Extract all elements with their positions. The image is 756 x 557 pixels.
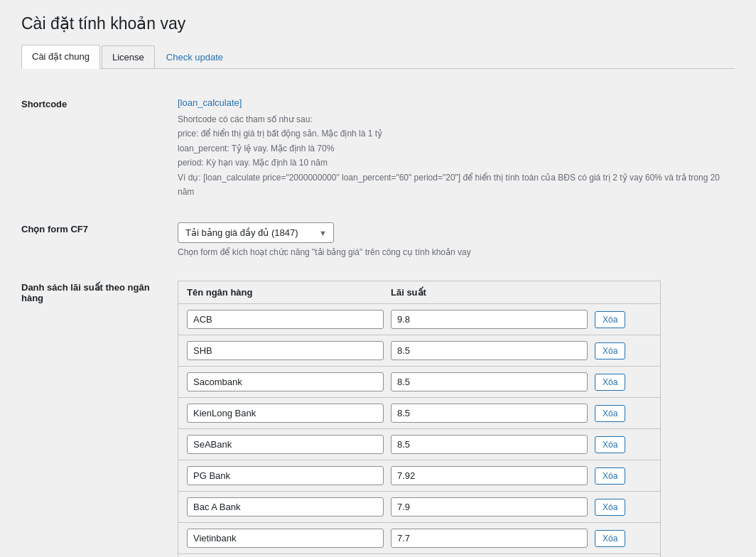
bank-rate-input[interactable] (391, 404, 588, 423)
table-row: Xóa (178, 304, 660, 335)
bank-rate-input[interactable] (391, 497, 588, 517)
table-row: Xóa (178, 429, 660, 460)
cf7-label: Chọn form CF7 (21, 222, 178, 257)
bank-name-input[interactable] (187, 466, 384, 485)
bank-name-input[interactable] (187, 497, 384, 517)
bank-rate-input[interactable] (391, 372, 588, 391)
bank-table-content: Tên ngân hàng Lãi suất Xóa (178, 281, 735, 557)
bank-table-label: Danh sách lãi suất theo ngân hàng (21, 281, 178, 557)
col-rate-header: Lãi suất (391, 287, 595, 298)
bank-action-cell: Xóa (595, 436, 652, 453)
table-row: Xóa (178, 335, 660, 367)
table-row: Xóa (178, 554, 660, 557)
shortcode-desc-line2: price: để hiển thị giá trị bất động sản.… (178, 126, 735, 141)
table-row: Xóa (178, 367, 660, 398)
bank-name-cell (187, 466, 391, 485)
cf7-select[interactable]: Tải bảng giá đầy đủ (1847) (178, 222, 334, 243)
tab-license[interactable]: License (102, 45, 155, 68)
delete-button[interactable]: Xóa (595, 530, 625, 547)
bank-rate-cell (391, 529, 595, 548)
bank-name-cell (187, 341, 391, 360)
bank-action-cell: Xóa (595, 374, 652, 391)
shortcode-desc-line1: Shortcode có các tham số như sau: (178, 112, 735, 126)
bank-rate-cell (391, 372, 595, 391)
bank-rate-cell (391, 341, 595, 360)
tab-general[interactable]: Cài đặt chung (21, 45, 100, 69)
tab-check-update[interactable]: Check update (156, 46, 233, 68)
delete-button[interactable]: Xóa (595, 499, 625, 516)
bank-name-input[interactable] (187, 529, 384, 548)
shortcode-code[interactable]: [loan_calculate] (178, 97, 242, 108)
shortcode-row: Shortcode [loan_calculate] Shortcode có … (21, 86, 735, 211)
bank-rate-input[interactable] (391, 529, 588, 548)
bank-rate-cell (391, 435, 595, 454)
delete-button[interactable]: Xóa (595, 405, 625, 422)
shortcode-label: Shortcode (21, 97, 178, 199)
cf7-row: Chọn form CF7 Tải bảng giá đầy đủ (1847)… (21, 211, 735, 269)
delete-button[interactable]: Xóa (595, 467, 625, 485)
shortcode-description: Shortcode có các tham số như sau: price:… (178, 112, 735, 199)
bank-rows: Xóa Xóa Xóa (178, 304, 660, 557)
bank-rate-input[interactable] (391, 466, 588, 485)
bank-name-cell (187, 404, 391, 423)
table-row: Xóa (178, 460, 660, 492)
bank-action-cell: Xóa (595, 467, 652, 485)
delete-button[interactable]: Xóa (595, 436, 625, 453)
bank-action-cell: Xóa (595, 311, 652, 328)
table-row: Xóa (178, 398, 660, 429)
bank-rate-cell (391, 310, 595, 329)
bank-name-cell (187, 435, 391, 454)
shortcode-desc-line4: period: Kỳ hạn vay. Mặc định là 10 năm (178, 156, 735, 170)
bank-table-container: Tên ngân hàng Lãi suất Xóa (178, 281, 661, 557)
bank-action-cell: Xóa (595, 499, 652, 516)
bank-table-header: Tên ngân hàng Lãi suất (178, 281, 660, 304)
col-action-header (595, 287, 652, 298)
table-row: Xóa (178, 492, 660, 523)
bank-name-input[interactable] (187, 435, 384, 454)
bank-name-cell (187, 529, 391, 548)
settings-container: Shortcode [loan_calculate] Shortcode có … (21, 86, 735, 557)
bank-action-cell: Xóa (595, 405, 652, 422)
bank-name-input[interactable] (187, 404, 384, 423)
delete-button[interactable]: Xóa (595, 311, 625, 328)
cf7-content: Tải bảng giá đầy đủ (1847) ▼ Chọn form đ… (178, 222, 735, 257)
delete-button[interactable]: Xóa (595, 374, 625, 391)
bank-rate-cell (391, 497, 595, 517)
bank-name-cell (187, 497, 391, 517)
bank-rate-input[interactable] (391, 341, 588, 360)
bank-action-cell: Xóa (595, 342, 652, 359)
bank-rate-cell (391, 404, 595, 423)
table-row: Xóa (178, 523, 660, 554)
bank-rate-input[interactable] (391, 310, 588, 329)
shortcode-desc-line5: Ví dụ: [loan_calculate price="2000000000… (178, 171, 735, 200)
bank-name-input[interactable] (187, 341, 384, 360)
bank-action-cell: Xóa (595, 530, 652, 547)
page-title: Cài đặt tính khoản vay (21, 14, 735, 33)
bank-rate-cell (391, 466, 595, 485)
bank-name-input[interactable] (187, 372, 384, 391)
shortcode-desc-line3: loan_percent: Tỷ lệ vay. Mặc định là 70% (178, 141, 735, 156)
shortcode-content: [loan_calculate] Shortcode có các tham s… (178, 97, 735, 199)
delete-button[interactable]: Xóa (595, 342, 625, 359)
bank-name-input[interactable] (187, 310, 384, 329)
cf7-select-wrapper: Tải bảng giá đầy đủ (1847) ▼ (178, 222, 334, 243)
col-bank-header: Tên ngân hàng (187, 287, 391, 298)
bank-name-cell (187, 310, 391, 329)
bank-table-row: Danh sách lãi suất theo ngân hàng Tên ng… (21, 269, 735, 557)
tabs-container: Cài đặt chung License Check update (21, 45, 735, 69)
bank-rate-input[interactable] (391, 435, 588, 454)
cf7-hint: Chọn form để kích hoạt chức năng "tải bả… (178, 247, 735, 257)
bank-name-cell (187, 372, 391, 391)
